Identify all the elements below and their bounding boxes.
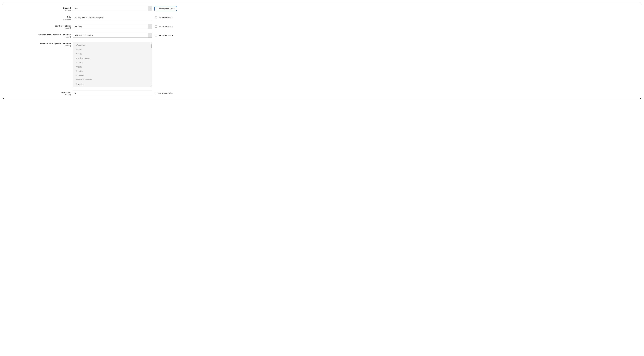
label-enabled-scope: [website]: [6, 10, 71, 12]
ac-select-value: All Allowed Countries: [73, 33, 148, 38]
country-option[interactable]: Antigua & Barbuda: [76, 78, 151, 82]
chevron-down-icon: [148, 6, 152, 11]
country-option[interactable]: Algeria: [76, 52, 151, 56]
country-option[interactable]: American Samoa: [76, 56, 151, 61]
input-col-enabled: Yes: [73, 6, 152, 11]
use-system-ac[interactable]: Use system value: [152, 33, 173, 38]
config-panel: Enabled [website] Yes Use system value T…: [2, 3, 642, 99]
label-sc-text: Payment from Specific Countries: [6, 42, 71, 45]
use-system-label-ac: Use system value: [158, 34, 173, 37]
scroll-up-icon[interactable]: [150, 42, 152, 44]
use-system-label-title: Use system value: [158, 17, 173, 19]
new-order-status-select[interactable]: Pending: [73, 24, 152, 29]
label-ac-scope: [website]: [6, 36, 71, 38]
label-ac-text: Payment from Applicable Countries: [6, 34, 71, 36]
row-new-order-status: New Order Status [website] Pending Use s…: [6, 24, 616, 29]
label-new-order-status: New Order Status [website]: [6, 24, 73, 29]
country-option[interactable]: Angola: [76, 65, 151, 69]
country-option[interactable]: Andorra: [76, 60, 151, 65]
label-nos-text: New Order Status: [6, 25, 71, 27]
input-col-title: [73, 15, 152, 20]
country-option[interactable]: Anguilla: [76, 69, 151, 73]
checkbox-title[interactable]: [154, 17, 157, 19]
use-system-so[interactable]: Use system value: [152, 90, 173, 95]
country-option[interactable]: Afghanistan: [76, 43, 151, 48]
input-col-so: [73, 90, 152, 95]
input-col-sc: Afghanistan Albania Algeria American Sam…: [73, 42, 152, 87]
label-nos-scope: [website]: [6, 27, 71, 29]
use-system-label-nos: Use system value: [158, 25, 173, 28]
checkbox-enabled[interactable]: [156, 8, 158, 10]
scrollbar-thumb[interactable]: [150, 44, 152, 48]
label-title-text: Title: [6, 16, 71, 18]
resize-handle-icon[interactable]: [150, 85, 152, 87]
enabled-select[interactable]: Yes: [73, 6, 152, 11]
label-title-scope: [store view]: [6, 18, 71, 20]
country-option[interactable]: Argentina: [76, 82, 151, 85]
label-enabled: Enabled [website]: [6, 6, 73, 11]
label-sc-scope: [website]: [6, 45, 71, 47]
enabled-select-value: Yes: [73, 6, 148, 11]
country-option[interactable]: Antarctica: [76, 73, 151, 78]
checkbox-so[interactable]: [154, 92, 157, 94]
chevron-down-icon: [148, 24, 152, 29]
checkbox-nos[interactable]: [154, 25, 157, 28]
row-title: Title [store view] Use system value: [6, 15, 616, 20]
label-sort-order: Sort Order [website]: [6, 90, 73, 96]
input-col-nos: Pending: [73, 24, 152, 29]
label-title: Title [store view]: [6, 15, 73, 20]
multiselect-inner: Afghanistan Albania Algeria American Sam…: [76, 43, 151, 85]
use-system-enabled[interactable]: Use system value: [154, 6, 177, 11]
row-applicable-countries: Payment from Applicable Countries [websi…: [6, 33, 616, 38]
nos-select-value: Pending: [73, 24, 148, 29]
checkbox-ac[interactable]: [154, 34, 157, 37]
label-so-scope: [website]: [6, 94, 71, 96]
sort-order-input[interactable]: [73, 90, 152, 95]
label-so-text: Sort Order: [6, 91, 71, 94]
svg-line-2: [152, 86, 152, 87]
row-specific-countries: Payment from Specific Countries [website…: [6, 42, 616, 87]
input-col-ac: All Allowed Countries: [73, 33, 152, 38]
label-specific-countries: Payment from Specific Countries [website…: [6, 42, 73, 47]
specific-countries-multiselect[interactable]: Afghanistan Albania Algeria American Sam…: [73, 42, 152, 87]
country-option[interactable]: Albania: [76, 48, 151, 52]
scrollbar[interactable]: [150, 42, 152, 86]
chevron-down-icon: [148, 33, 152, 38]
use-system-nos[interactable]: Use system value: [152, 24, 173, 29]
title-input[interactable]: [73, 15, 152, 20]
label-enabled-text: Enabled: [6, 7, 71, 10]
scroll-down-icon[interactable]: [150, 83, 152, 84]
row-enabled: Enabled [website] Yes Use system value: [6, 6, 616, 11]
row-sort-order: Sort Order [website] Use system value: [6, 90, 616, 96]
use-system-label-so: Use system value: [158, 92, 173, 94]
svg-line-1: [151, 86, 152, 87]
use-system-title[interactable]: Use system value: [152, 15, 173, 20]
label-applicable-countries: Payment from Applicable Countries [websi…: [6, 33, 73, 38]
use-system-label-enabled: Use system value: [159, 8, 174, 10]
applicable-countries-select[interactable]: All Allowed Countries: [73, 33, 152, 38]
